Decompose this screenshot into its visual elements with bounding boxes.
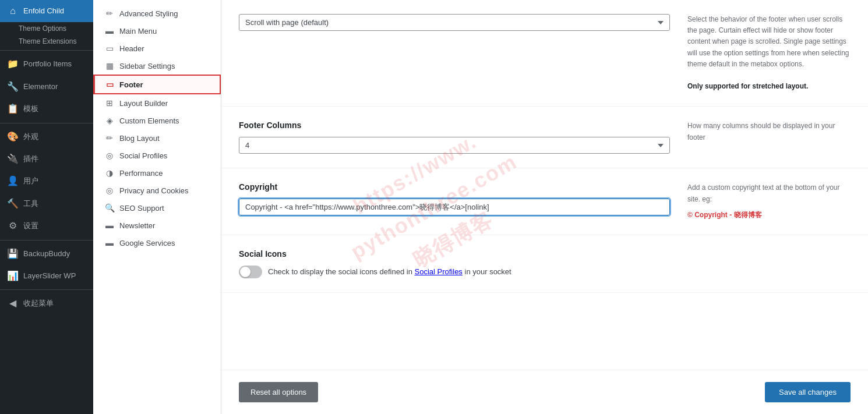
theme-sidebar-item-newsletter[interactable]: ▬ Newsletter: [93, 217, 221, 234]
sidebar-item-plugins[interactable]: 🔌 插件: [0, 148, 93, 170]
sidebar-item-collapse-label: 收起菜单: [23, 298, 54, 309]
theme-sidebar-section: ✏ Advanced Styling ▬ Main Menu ▭ Header …: [93, 0, 221, 256]
users-icon: 👤: [7, 175, 19, 187]
sidebar-item-users[interactable]: 👤 用户: [0, 170, 93, 192]
portfolio-icon: 📁: [7, 58, 19, 70]
sidebar-item-settings-label: 设置: [23, 221, 38, 231]
theme-sidebar-item-advanced-styling[interactable]: ✏ Advanced Styling: [93, 5, 221, 22]
sidebar-item-portfolio[interactable]: 📁 Portfolio Items: [0, 53, 93, 75]
enfold-icon: ⌂: [7, 5, 19, 17]
social-icons-help: [687, 249, 851, 278]
theme-sidebar-item-seo-support[interactable]: 🔍 SEO Support: [93, 199, 221, 217]
scroll-behavior-select[interactable]: Scroll with page (default)Sticky footerC…: [239, 14, 670, 31]
plugins-icon: 🔌: [7, 153, 19, 165]
sidebar-item-templates[interactable]: 📋 模板: [0, 98, 93, 120]
sidebar-item-backupbuddy-label: BackupBuddy: [23, 249, 70, 259]
copyright-example: © Copyright - 晓得博客: [687, 210, 851, 221]
newsletter-icon: ▬: [104, 221, 115, 230]
main-menu-icon: ▬: [104, 26, 115, 36]
sidebar-item-portfolio-label: Portfolio Items: [23, 59, 72, 69]
sidebar-item-settings[interactable]: ⚙ 设置: [0, 215, 93, 237]
sidebar-item-backupbuddy[interactable]: 💾 BackupBuddy: [0, 243, 93, 265]
save-button[interactable]: Save all changes: [765, 382, 851, 402]
social-icons-help-text: Check to display the social icons define…: [268, 267, 511, 276]
social-icons-toggle-wrap: Check to display the social icons define…: [239, 266, 670, 278]
sidebar-item-layerslider[interactable]: 📊 LayerSlider WP: [0, 265, 93, 287]
tools-icon: 🔨: [7, 197, 19, 210]
sidebar-item-enfold[interactable]: ⌂ Enfold Child: [0, 0, 93, 22]
theme-sidebar-item-social-profiles[interactable]: ◎ Social Profiles: [93, 147, 221, 164]
sidebar-item-templates-label: 模板: [23, 104, 38, 114]
copyright-help: Add a custom copyright text at the botto…: [687, 182, 851, 221]
social-icons-row: Social Icons Check to display the social…: [221, 235, 868, 293]
sidebar-divider-3: [0, 240, 93, 240]
social-profiles-link[interactable]: Social Profiles: [415, 267, 463, 276]
sidebar-item-tools[interactable]: 🔨 工具: [0, 193, 93, 215]
social-icons-label: Social Icons: [239, 249, 670, 259]
reset-button[interactable]: Reset all options: [239, 382, 318, 402]
social-profiles-icon: ◎: [104, 151, 115, 160]
theme-sidebar-item-privacy-cookies[interactable]: ◎ Privacy and Cookies: [93, 182, 221, 199]
wp-admin-sidebar: ⌂ Enfold Child Theme Options Theme Exten…: [0, 0, 93, 414]
sidebar-item-appearance-label: 外观: [23, 132, 38, 142]
footer-columns-main: Footer Columns 123456: [239, 121, 670, 154]
sidebar-item-elementor-label: Elementor: [23, 82, 58, 92]
settings-panel: Scroll with page (default)Sticky footerC…: [221, 0, 868, 370]
social-icons-main: Social Icons Check to display the social…: [239, 249, 670, 278]
theme-sidebar-item-google-services[interactable]: ▬ Google Services: [93, 234, 221, 252]
social-icons-toggle[interactable]: [239, 266, 262, 278]
scroll-behavior-main: Scroll with page (default)Sticky footerC…: [239, 14, 670, 92]
appearance-icon: 🎨: [7, 130, 19, 143]
theme-sidebar-item-header[interactable]: ▭ Header: [93, 40, 221, 57]
sidebar-divider-2: [0, 123, 93, 123]
sidebar-divider-1: [0, 50, 93, 51]
theme-options-sidebar: ✏ Advanced Styling ▬ Main Menu ▭ Header …: [93, 0, 221, 414]
theme-sidebar-item-main-menu[interactable]: ▬ Main Menu: [93, 22, 221, 40]
theme-sidebar-item-footer[interactable]: ▭ Footer: [93, 75, 221, 94]
footer-columns-help: How many columns should be displayed in …: [687, 121, 851, 154]
sidebar-item-collapse[interactable]: ◀ 收起菜单: [0, 292, 93, 314]
privacy-icon: ◎: [104, 186, 115, 195]
content-area: Scroll with page (default)Sticky footerC…: [221, 0, 868, 414]
backupbuddy-icon: 💾: [7, 247, 19, 260]
settings-icon: ⚙: [7, 220, 19, 232]
scroll-behavior-row: Scroll with page (default)Sticky footerC…: [221, 0, 868, 107]
sidebar-settings-icon: ▦: [104, 61, 115, 70]
sidebar-item-appearance[interactable]: 🎨 外观: [0, 126, 93, 148]
header-icon: ▭: [104, 44, 115, 53]
copyright-row: Copyright Add a custom copyright text at…: [221, 168, 868, 235]
theme-sidebar-item-blog-layout[interactable]: ✏ Blog Layout: [93, 129, 221, 147]
advanced-styling-icon: ✏: [104, 9, 115, 18]
sidebar-item-tools-label: 工具: [23, 199, 38, 209]
footer-action-bar: Reset all options Save all changes: [221, 370, 868, 414]
scroll-behavior-help: Select the behavior of the footer when u…: [687, 14, 851, 92]
copyright-main: Copyright: [239, 182, 670, 221]
sidebar-item-enfold-label: Enfold Child: [23, 6, 64, 16]
performance-icon: ◑: [104, 168, 115, 178]
sidebar-item-plugins-label: 插件: [23, 154, 38, 164]
collapse-icon: ◀: [7, 297, 19, 310]
main-area: ✏ Advanced Styling ▬ Main Menu ▭ Header …: [93, 0, 868, 414]
theme-sidebar-item-custom-elements[interactable]: ◈ Custom Elements: [93, 112, 221, 129]
custom-elements-icon: ◈: [104, 116, 115, 125]
footer-icon: ▭: [104, 80, 115, 89]
sidebar-sub-theme-extensions[interactable]: Theme Extensions: [0, 35, 93, 48]
seo-icon: 🔍: [104, 203, 115, 213]
theme-sidebar-item-layout-builder[interactable]: ⊞ Layout Builder: [93, 94, 221, 112]
layerslider-icon: 📊: [7, 270, 19, 282]
templates-icon: 📋: [7, 102, 19, 115]
theme-sidebar-item-sidebar-settings[interactable]: ▦ Sidebar Settings: [93, 57, 221, 75]
sidebar-sub-theme-options[interactable]: Theme Options: [0, 22, 93, 35]
footer-columns-row: Footer Columns 123456 How many columns s…: [221, 107, 868, 168]
copyright-label: Copyright: [239, 182, 670, 192]
google-services-icon: ▬: [104, 238, 115, 247]
theme-sidebar-item-performance[interactable]: ◑ Performance: [93, 164, 221, 182]
blog-layout-icon: ✏: [104, 133, 115, 143]
sidebar-item-elementor[interactable]: 🔧 Elementor: [0, 76, 93, 98]
sidebar-item-users-label: 用户: [23, 176, 38, 186]
footer-columns-label: Footer Columns: [239, 121, 670, 130]
layout-builder-icon: ⊞: [104, 98, 115, 108]
footer-columns-select[interactable]: 123456: [239, 137, 670, 154]
sidebar-item-layerslider-label: LayerSlider WP: [23, 271, 76, 281]
copyright-input[interactable]: [239, 199, 670, 215]
